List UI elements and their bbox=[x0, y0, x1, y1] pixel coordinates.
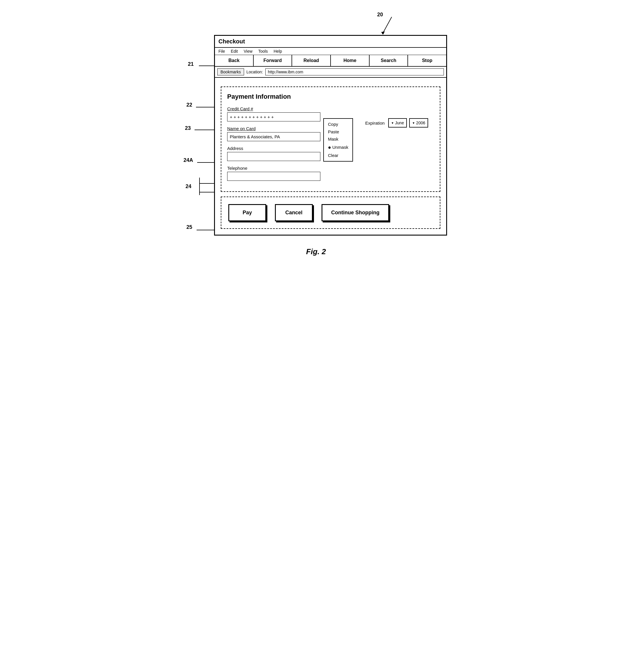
ref-21-label: 21 bbox=[188, 61, 194, 67]
window-title: Checkout bbox=[218, 38, 245, 45]
ref-25-label: 25 bbox=[186, 224, 192, 230]
credit-card-input[interactable] bbox=[227, 112, 320, 121]
context-menu-clear[interactable]: Clear bbox=[328, 152, 348, 159]
menu-file[interactable]: File bbox=[218, 49, 225, 53]
expiration-month-value: June bbox=[395, 121, 404, 125]
ref-22-label: 22 bbox=[186, 102, 192, 108]
unmask-bullet: ● bbox=[328, 143, 331, 152]
reload-button[interactable]: Reload bbox=[292, 55, 331, 66]
ref-23-label: 23 bbox=[185, 125, 191, 131]
cancel-button[interactable]: Cancel bbox=[275, 204, 313, 221]
ref-24-label: 24 bbox=[186, 184, 191, 190]
context-menu-paste[interactable]: Paste bbox=[328, 128, 348, 136]
menu-bar: File Edit View Tools Help bbox=[215, 48, 446, 55]
credit-card-label: Credit Card # bbox=[227, 106, 434, 111]
back-button[interactable]: Back bbox=[215, 55, 254, 66]
menu-tools[interactable]: Tools bbox=[258, 49, 268, 53]
telephone-input[interactable] bbox=[227, 172, 320, 181]
menu-edit[interactable]: Edit bbox=[231, 49, 238, 53]
dropdown-arrow-month: ▼ bbox=[391, 121, 394, 125]
menu-help[interactable]: Help bbox=[274, 49, 282, 53]
name-on-card-input[interactable] bbox=[227, 132, 320, 141]
context-menu-copy[interactable]: Copy bbox=[328, 121, 348, 128]
pay-button[interactable]: Pay bbox=[228, 204, 266, 221]
telephone-label: Telephone bbox=[227, 166, 434, 171]
stop-button[interactable]: Stop bbox=[408, 55, 446, 66]
title-bar: Checkout bbox=[215, 36, 446, 48]
fig-label: Fig. 2 bbox=[306, 247, 326, 256]
expiration-label: Expiration bbox=[365, 121, 385, 125]
context-menu: Copy Paste Mask ● Unmask Clear bbox=[323, 118, 353, 162]
toolbar: Back Forward Reload Home Search Stop bbox=[215, 55, 446, 67]
continue-shopping-button[interactable]: Continue Shopping bbox=[322, 204, 389, 221]
telephone-row: Telephone bbox=[227, 166, 434, 181]
buttons-section: Pay Cancel Continue Shopping bbox=[221, 196, 440, 229]
svg-line-0 bbox=[383, 17, 392, 33]
expiration-year-value: 2006 bbox=[416, 121, 425, 125]
forward-button[interactable]: Forward bbox=[254, 55, 292, 66]
credit-card-row: Credit Card # Copy Paste Mask ● bbox=[227, 106, 434, 121]
payment-section: Payment Information Credit Card # Copy P… bbox=[221, 87, 440, 192]
svg-marker-1 bbox=[381, 31, 385, 34]
context-menu-mask[interactable]: Mask bbox=[328, 136, 348, 143]
ref-24a-label: 24A bbox=[184, 157, 193, 163]
menu-view[interactable]: View bbox=[244, 49, 253, 53]
location-bar: Bookmarks Location: bbox=[215, 67, 446, 78]
home-button[interactable]: Home bbox=[331, 55, 370, 66]
search-button[interactable]: Search bbox=[370, 55, 408, 66]
arrow-20 bbox=[377, 17, 400, 34]
bookmarks-button[interactable]: Bookmarks bbox=[217, 68, 244, 75]
address-input[interactable] bbox=[227, 152, 320, 161]
browser-window: Checkout File Edit View Tools Help Back … bbox=[214, 35, 447, 236]
page-content: Payment Information Credit Card # Copy P… bbox=[215, 78, 446, 235]
context-menu-unmask[interactable]: ● Unmask bbox=[328, 143, 348, 152]
location-label: Location: bbox=[247, 70, 263, 74]
url-input[interactable] bbox=[265, 68, 444, 75]
payment-title: Payment Information bbox=[227, 93, 434, 100]
dropdown-arrow-year: ▼ bbox=[412, 121, 415, 125]
